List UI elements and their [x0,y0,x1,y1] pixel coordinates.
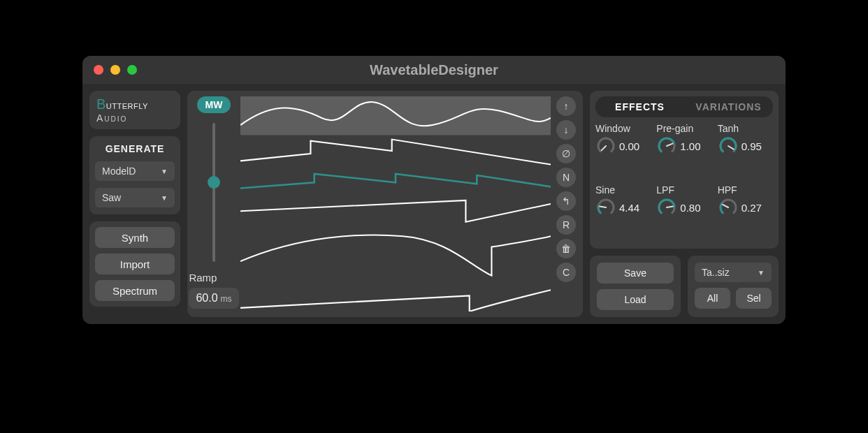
save-panel: Save Load [590,256,681,317]
mw-slider-thumb[interactable] [208,176,220,189]
export-panel: Ta..siz ▼ All Sel [688,256,779,317]
knob-window[interactable]: Window 0.00 [595,123,651,182]
ramp-value-field[interactable]: 60.0 ms [189,288,238,309]
knob-tanh[interactable]: Tanh 0.95 [718,123,773,182]
arrow-up-icon: ↑ [564,101,569,112]
waveform-display[interactable] [240,96,551,311]
wave-select-value: Saw [102,192,121,203]
copy-button[interactable]: C [556,263,576,282]
knob-grid: Window 0.00 Pre-gain 1.00 Tanh 0.95 Sine… [595,123,773,243]
waveform-svg [240,96,551,311]
copy-icon: C [563,267,570,278]
model-select[interactable]: ModelD ▼ [95,161,175,181]
svg-line-6 [723,205,728,207]
mw-badge[interactable]: MW [197,96,231,113]
knob-icon [656,135,677,156]
knob-sine[interactable]: Sine 4.44 [595,184,651,243]
tab-effects[interactable]: EFFECTS [595,96,684,117]
window-title: WavetableDesigner [82,62,786,78]
mw-slider[interactable] [212,123,215,262]
minimize-icon[interactable] [110,65,120,75]
svg-line-1 [602,146,606,150]
import-button[interactable]: Import [95,254,175,274]
model-select-value: ModelD [102,166,136,177]
wave-select[interactable]: Saw ▼ [95,188,175,207]
knob-lpf[interactable]: LPF 0.80 [656,184,711,243]
save-button[interactable]: Save [597,263,674,284]
left-button-panel: Synth Import Spectrum [89,221,180,307]
chevron-down-icon: ▼ [758,269,765,277]
ramp-unit: ms [221,294,232,304]
brand-panel: Butterfly Audio [89,91,180,129]
arrow-down-icon: ↓ [564,124,569,135]
traffic-lights [94,65,137,75]
svg-line-3 [728,146,734,149]
normalize-button[interactable]: N [556,168,576,187]
trash-icon: 🗑 [561,243,571,254]
mw-column: MW Ramp 60.0 ms [193,96,235,311]
knob-icon [595,135,616,156]
svg-line-2 [667,144,672,146]
generate-label: GENERATE [95,143,175,154]
close-icon[interactable] [94,65,103,75]
normalize-icon: N [563,172,570,183]
effects-panel: EFFECTS VARIATIONS Window 0.00 Pre-gain … [590,91,779,249]
delete-button[interactable]: 🗑 [556,239,576,258]
maximize-icon[interactable] [127,65,137,75]
knob-icon [595,197,616,218]
knob-icon [718,197,739,218]
tabs: EFFECTS VARIATIONS [595,96,773,117]
svg-line-4 [600,207,606,207]
synth-button[interactable]: Synth [95,227,175,248]
chevron-down-icon: ▼ [161,194,168,202]
randomize-button[interactable]: R [556,215,576,235]
bottom-row: Save Load Ta..siz ▼ All Sel [590,256,779,317]
phase-button[interactable]: ∅ [556,144,576,163]
app-window: WavetableDesigner Butterfly Audio GENERA… [82,56,786,324]
content: Butterfly Audio GENERATE ModelD ▼ Saw ▼ … [82,84,786,324]
ramp-column: Ramp 60.0 ms [189,272,238,311]
reverse-icon: ↰ [562,196,570,207]
knob-pregain[interactable]: Pre-gain 1.00 [656,123,711,182]
export-all-button[interactable]: All [695,288,730,309]
generate-panel: GENERATE ModelD ▼ Saw ▼ [89,136,180,214]
chevron-down-icon: ▼ [161,168,168,175]
reverse-button[interactable]: ↰ [556,191,576,211]
move-up-button[interactable]: ↑ [556,96,576,116]
brand-line2: Audio [96,112,173,124]
spectrum-button[interactable]: Spectrum [95,280,175,301]
knob-icon [718,135,739,156]
svg-line-5 [667,207,673,207]
ramp-label: Ramp [189,272,238,284]
export-sel-button[interactable]: Sel [736,288,772,309]
brand-line1: Butterfly [96,96,173,112]
svg-rect-0 [240,96,551,135]
left-column: Butterfly Audio GENERATE ModelD ▼ Saw ▼ … [89,91,180,317]
right-column: EFFECTS VARIATIONS Window 0.00 Pre-gain … [590,91,779,317]
load-button[interactable]: Load [597,289,674,310]
knob-hpf[interactable]: HPF 0.27 [718,184,773,243]
knob-icon [656,197,677,218]
move-down-button[interactable]: ↓ [556,120,576,140]
export-preset-select[interactable]: Ta..siz ▼ [695,263,772,282]
tab-variations[interactable]: VARIATIONS [684,96,773,117]
ramp-value: 60.0 [196,292,217,304]
waveform-panel: MW Ramp 60.0 ms [187,91,583,317]
wave-button-column: ↑ ↓ ∅ N ↰ R 🗑 C [556,96,577,311]
randomize-icon: R [563,219,570,230]
titlebar: WavetableDesigner [82,56,786,84]
phase-icon: ∅ [562,148,570,159]
